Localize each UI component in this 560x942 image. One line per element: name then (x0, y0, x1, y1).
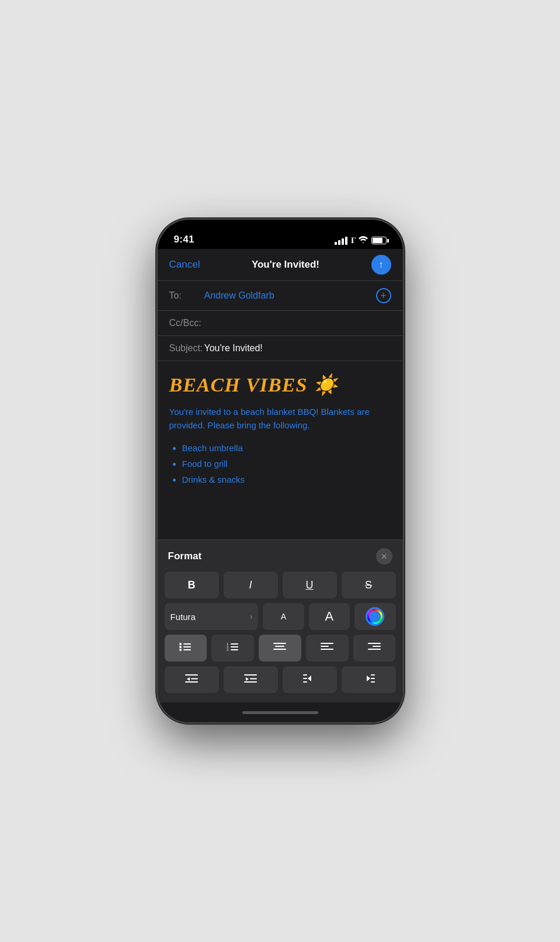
italic-button[interactable]: I (224, 572, 278, 598)
svg-rect-9 (231, 646, 238, 647)
plus-icon: + (380, 290, 387, 301)
status-time: 9:41 (174, 234, 194, 245)
increase-quote-icon (362, 673, 375, 687)
chevron-right-icon: › (250, 612, 253, 621)
align-left-icon (321, 642, 333, 655)
decrease-indent-icon (185, 673, 198, 687)
color-picker-button[interactable] (354, 603, 395, 630)
format-row-4 (158, 666, 403, 693)
svg-rect-11 (231, 649, 238, 650)
home-indicator (158, 702, 403, 722)
bullet-list-icon (179, 642, 192, 655)
notch (236, 220, 324, 237)
battery-icon (371, 237, 387, 244)
increase-indent-icon (244, 673, 257, 687)
bullet-list-button[interactable] (165, 635, 207, 662)
decrease-quote-button[interactable] (283, 666, 337, 693)
svg-rect-19 (373, 646, 381, 647)
svg-point-2 (179, 646, 182, 648)
svg-marker-22 (187, 677, 190, 681)
align-left-button[interactable] (306, 635, 349, 662)
mute-button[interactable] (155, 296, 158, 314)
svg-rect-35 (371, 678, 375, 679)
align-right-icon (368, 642, 381, 655)
svg-rect-21 (185, 674, 198, 676)
decrease-font-button[interactable]: A (263, 603, 304, 630)
home-bar (242, 711, 318, 714)
subject-field[interactable]: Subject: You're Invited! (158, 336, 403, 361)
strikethrough-button[interactable]: S (342, 572, 396, 598)
increase-font-button[interactable]: A (309, 603, 350, 630)
svg-rect-34 (371, 674, 375, 676)
svg-rect-20 (368, 649, 381, 650)
svg-rect-13 (275, 646, 284, 647)
cancel-button[interactable]: Cancel (169, 259, 200, 271)
decrease-indent-button[interactable] (165, 666, 219, 693)
send-arrow-icon: ↑ (379, 260, 384, 269)
font-name-label: Futura (171, 612, 196, 622)
svg-rect-1 (183, 643, 191, 645)
subject-label: Subject: (169, 343, 204, 354)
numbered-list-button[interactable]: 1 2 3 (211, 635, 254, 662)
send-button[interactable]: ↑ (371, 255, 391, 275)
svg-rect-14 (273, 649, 286, 650)
svg-rect-16 (321, 646, 329, 647)
svg-rect-23 (191, 678, 198, 679)
list-item: Beach umbrella (182, 440, 391, 456)
format-header: Format ✕ (158, 540, 403, 572)
beach-vibes-headline: BEACH VIBES ☀️ (169, 373, 391, 396)
cc-field[interactable]: Cc/Bcc: (158, 311, 403, 336)
bold-button[interactable]: B (165, 572, 219, 598)
increase-indent-button[interactable] (224, 666, 278, 693)
svg-rect-18 (368, 643, 381, 644)
status-icons: 𝚪︎ (335, 236, 387, 245)
svg-rect-25 (244, 674, 257, 676)
svg-marker-33 (367, 676, 370, 681)
to-field: To: Andrew Goldfarb + (158, 281, 403, 311)
invite-paragraph[interactable]: You're invited to a beach blanket BBQ! B… (169, 406, 391, 432)
svg-marker-29 (308, 676, 311, 681)
volume-up-button[interactable] (155, 322, 158, 356)
format-row-1: B I U S (158, 572, 403, 598)
email-header: Cancel You're Invited! ↑ (158, 249, 403, 281)
subject-value[interactable]: You're Invited! (204, 343, 263, 354)
email-container: Cancel You're Invited! ↑ To: Andrew Gold… (158, 249, 403, 722)
phone-wrapper: 9:41 𝚪︎ (158, 220, 403, 722)
to-label: To: (169, 290, 204, 301)
format-panel: Format ✕ B I U S (158, 539, 403, 702)
to-recipient[interactable]: Andrew Goldfarb (204, 290, 376, 301)
svg-point-0 (179, 643, 182, 645)
email-body[interactable]: BEACH VIBES ☀️ You're invited to a beach… (158, 361, 403, 539)
wifi-icon: 𝚪︎ (351, 236, 368, 245)
add-recipient-button[interactable]: + (376, 288, 391, 303)
svg-rect-36 (371, 681, 375, 683)
screen: 9:41 𝚪︎ (158, 220, 403, 722)
phone-body: 9:41 𝚪︎ (158, 220, 403, 722)
svg-rect-30 (303, 674, 307, 676)
svg-point-4 (179, 649, 182, 651)
format-row-2: Futura › A A (158, 603, 403, 630)
align-right-button[interactable] (353, 635, 396, 662)
svg-rect-24 (185, 681, 198, 683)
power-button[interactable] (403, 328, 405, 380)
color-circle-icon (366, 607, 384, 626)
align-center-button[interactable] (259, 635, 301, 662)
svg-text:3: 3 (227, 648, 229, 652)
svg-rect-27 (250, 678, 257, 679)
signal-icon (335, 237, 347, 245)
align-center-icon (273, 642, 286, 655)
svg-rect-12 (273, 643, 286, 644)
format-close-button[interactable]: ✕ (376, 548, 392, 564)
list-item: Drinks & snacks (182, 472, 391, 487)
font-picker-button[interactable]: Futura › (165, 603, 259, 630)
underline-button[interactable]: U (283, 572, 337, 598)
increase-quote-button[interactable] (342, 666, 396, 693)
bring-list: Beach umbrella Food to grill Drinks & sn… (169, 440, 391, 487)
list-item: Food to grill (182, 456, 391, 472)
svg-rect-5 (183, 649, 191, 650)
svg-rect-17 (321, 649, 333, 650)
volume-down-button[interactable] (155, 362, 158, 396)
svg-rect-15 (321, 643, 333, 644)
svg-rect-31 (303, 678, 307, 679)
large-a-label: A (325, 609, 334, 624)
